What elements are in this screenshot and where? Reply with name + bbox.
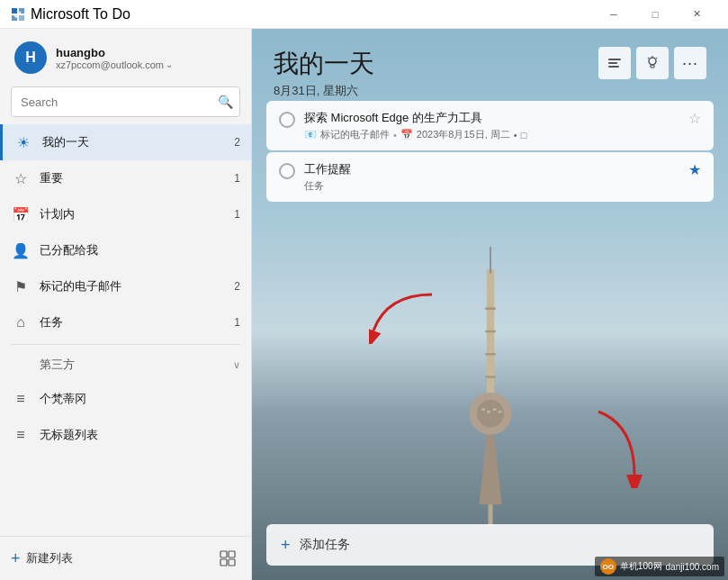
svg-rect-12 bbox=[490, 247, 491, 273]
task-title-1: 探索 Microsoft Edge 的生产力工具 bbox=[304, 110, 679, 126]
content-area: 我的一天 8月31日, 星期六 bbox=[252, 29, 728, 580]
task-content-2: 工作提醒 任务 bbox=[304, 161, 679, 193]
user-profile[interactable]: H huangbo xz7pccom@outlook.com ⌄ bbox=[0, 29, 251, 86]
user-info: huangbo xz7pccom@outlook.com ⌄ bbox=[56, 46, 173, 70]
task-checkbox-2[interactable] bbox=[279, 163, 295, 179]
new-list-button[interactable]: + 新建列表 bbox=[11, 549, 210, 568]
flag-icon: ⚑ bbox=[11, 278, 31, 295]
close-button[interactable]: ✕ bbox=[676, 0, 717, 29]
svg-rect-18 bbox=[485, 307, 496, 310]
user-name: huangbo bbox=[56, 46, 173, 59]
task-card-1[interactable]: 探索 Microsoft Edge 的生产力工具 📧 标记的电子邮件 • 📅 2… bbox=[266, 101, 714, 150]
svg-rect-20 bbox=[485, 353, 496, 356]
nav-label-flagged: 标记的电子邮件 bbox=[40, 278, 234, 295]
nav-count-my-day: 2 bbox=[234, 136, 240, 149]
search-bar: 🔍 bbox=[11, 86, 240, 117]
date-icon: 📅 bbox=[400, 129, 413, 140]
calendar-icon: 📅 bbox=[11, 206, 31, 223]
sidebar-item-planned[interactable]: 📅 计划内 1 bbox=[0, 196, 251, 232]
list-icon-1: ≡ bbox=[11, 391, 31, 407]
add-task-label: 添加任务 bbox=[300, 537, 350, 553]
sun-icon: ☀ bbox=[13, 134, 33, 151]
task-content-1: 探索 Microsoft Edge 的生产力工具 📧 标记的电子邮件 • 📅 2… bbox=[304, 110, 679, 141]
svg-point-10 bbox=[476, 400, 503, 427]
title-bar: Microsoft To Do ─ □ ✕ bbox=[0, 0, 728, 29]
svg-rect-26 bbox=[651, 65, 654, 68]
nav-label-tasks: 任务 bbox=[40, 314, 234, 331]
nav-count-tasks: 1 bbox=[234, 316, 240, 329]
maximize-button[interactable]: □ bbox=[634, 0, 676, 29]
more-options-button[interactable]: ··· bbox=[674, 47, 706, 79]
sidebar-item-tasks[interactable]: ⌂ 任务 1 bbox=[0, 304, 251, 340]
person-icon: 👤 bbox=[11, 242, 31, 259]
svg-rect-21 bbox=[485, 376, 496, 378]
sidebar-item-list-2[interactable]: ≡ 无标题列表 bbox=[0, 417, 251, 453]
watermark: OO 单机100网 danji100.com bbox=[595, 557, 724, 576]
ellipsis-icon: ··· bbox=[682, 54, 698, 73]
svg-rect-16 bbox=[492, 408, 496, 411]
nav-count-important: 1 bbox=[234, 172, 240, 185]
plus-icon: + bbox=[11, 549, 21, 568]
home-icon: ⌂ bbox=[11, 314, 31, 331]
task-star-1[interactable]: ☆ bbox=[688, 110, 701, 127]
svg-point-25 bbox=[649, 58, 656, 65]
bulb-icon bbox=[644, 55, 661, 71]
nav-label-list-2: 无标题列表 bbox=[40, 427, 240, 443]
smart-icon bbox=[607, 55, 623, 71]
sidebar-item-my-day[interactable]: ☀ 我的一天 2 bbox=[0, 124, 251, 160]
svg-line-28 bbox=[656, 58, 657, 59]
nav-count-planned: 1 bbox=[234, 208, 240, 221]
sidebar: H huangbo xz7pccom@outlook.com ⌄ 🔍 ☀ 我的一… bbox=[0, 29, 252, 580]
svg-rect-0 bbox=[12, 8, 17, 14]
watermark-logo-icon: OO bbox=[600, 558, 616, 575]
avatar: H bbox=[14, 41, 47, 74]
watermark-url: danji100.com bbox=[666, 562, 719, 572]
user-email: xz7pccom@outlook.com ⌄ bbox=[56, 59, 173, 70]
nav-label-my-day: 我的一天 bbox=[42, 134, 234, 150]
nav-divider bbox=[11, 344, 240, 345]
svg-rect-14 bbox=[481, 408, 484, 411]
svg-rect-22 bbox=[608, 59, 621, 60]
svg-rect-3 bbox=[19, 15, 24, 21]
new-list-label: 新建列表 bbox=[26, 550, 73, 566]
sidebar-section-third-party[interactable]: 第三方 ∨ bbox=[0, 349, 251, 381]
task-star-2[interactable]: ★ bbox=[688, 161, 701, 178]
watermark-text: 单机100网 bbox=[620, 560, 662, 573]
smart-suggestions-button[interactable] bbox=[598, 47, 631, 79]
sidebar-item-assigned[interactable]: 👤 已分配给我 bbox=[0, 232, 251, 268]
nav-label-list-1: 个梵蒂冈 bbox=[40, 391, 240, 407]
sidebar-footer: + 新建列表 bbox=[0, 536, 251, 580]
nav-list: ☀ 我的一天 2 ☆ 重要 1 📅 计划内 1 👤 已分配给我 bbox=[0, 124, 251, 536]
task-title-2: 工作提醒 bbox=[304, 161, 679, 177]
sidebar-item-flagged[interactable]: ⚑ 标记的电子邮件 2 bbox=[0, 268, 251, 304]
nav-label-third-party: 第三方 bbox=[40, 357, 233, 373]
svg-rect-5 bbox=[229, 551, 235, 557]
sidebar-item-important[interactable]: ☆ 重要 1 bbox=[0, 160, 251, 196]
suggestions-bulb-button[interactable] bbox=[636, 47, 669, 79]
task-card-2[interactable]: 工作提醒 任务 ★ bbox=[266, 152, 714, 202]
search-input[interactable] bbox=[11, 86, 240, 117]
sidebar-item-list-1[interactable]: ≡ 个梵蒂冈 bbox=[0, 381, 251, 417]
svg-rect-23 bbox=[608, 62, 617, 64]
tv-tower-illustration bbox=[436, 247, 544, 535]
nav-label-assigned: 已分配给我 bbox=[40, 242, 240, 258]
task-list: 探索 Microsoft Edge 的生产力工具 📧 标记的电子邮件 • 📅 2… bbox=[266, 101, 714, 204]
svg-rect-24 bbox=[608, 66, 619, 68]
chevron-down-icon: ∨ bbox=[233, 359, 240, 371]
task-checkbox-1[interactable] bbox=[279, 112, 295, 128]
content-header: 我的一天 8月31日, 星期六 bbox=[252, 29, 728, 110]
svg-rect-17 bbox=[498, 411, 501, 413]
app-logo-icon bbox=[11, 7, 25, 22]
grid-view-button[interactable] bbox=[215, 546, 240, 571]
nav-label-planned: 计划内 bbox=[40, 206, 234, 222]
grid-icon bbox=[220, 550, 236, 566]
star-icon: ☆ bbox=[11, 170, 31, 187]
nav-label-important: 重要 bbox=[40, 170, 234, 186]
minimize-button[interactable]: ─ bbox=[593, 0, 634, 29]
app-logo: Microsoft To Do bbox=[11, 6, 593, 23]
attachment-icon: □ bbox=[521, 130, 527, 140]
search-icon[interactable]: 🔍 bbox=[218, 95, 233, 109]
email-icon: 📧 bbox=[304, 129, 317, 140]
nav-count-flagged: 2 bbox=[234, 280, 240, 293]
content-date: 8月31日, 星期六 bbox=[274, 83, 706, 99]
